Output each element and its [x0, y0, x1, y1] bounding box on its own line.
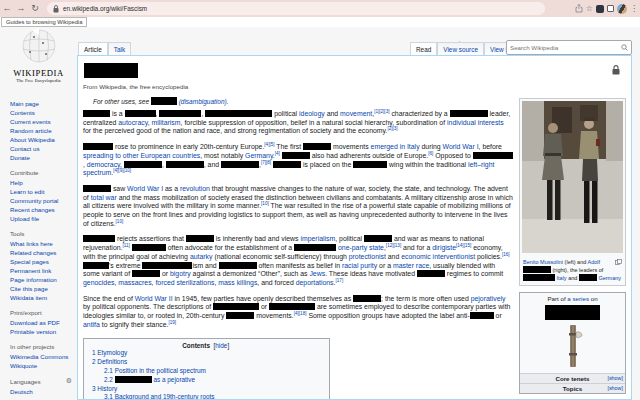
gear-icon[interactable]: ⚙: [66, 377, 72, 385]
sidebar-item-deutsch[interactable]: Deutsch: [10, 387, 76, 396]
wiki-link[interactable]: militarism: [151, 119, 180, 126]
reference-link[interactable]: [19]: [168, 320, 176, 325]
reference-link[interactable]: [10]: [261, 201, 269, 206]
sidebar-item-contents[interactable]: Contents: [10, 108, 76, 117]
wiki-link[interactable]: bigotry: [170, 270, 191, 277]
sidebar-item-printable-version[interactable]: Printable version: [10, 327, 76, 336]
wiki-link[interactable]: individual interests: [447, 119, 504, 126]
reference-link[interactable]: [2][3]: [387, 126, 397, 131]
sidebar-item-wikiquote[interactable]: Wikiquote: [10, 361, 76, 370]
sidebar-item-recent-changes[interactable]: Recent changes: [10, 205, 76, 214]
tab-link[interactable]: Talk: [114, 46, 125, 53]
sidebar-item-about-wikipedia[interactable]: About Wikipedia: [10, 135, 76, 144]
wiki-link[interactable]: one-party state: [338, 244, 384, 251]
profile-avatar[interactable]: [617, 4, 627, 14]
sidebar-item-help[interactable]: Help: [10, 178, 76, 187]
wiki-link[interactable]: massacres: [118, 279, 151, 286]
sidebar-item-what-links-here[interactable]: What links here: [10, 239, 76, 248]
toc-link[interactable]: 2.2 as a pejorative: [104, 376, 195, 383]
wiki-link[interactable]: Italy: [557, 275, 567, 281]
tab-view-source[interactable]: View source: [437, 42, 484, 55]
reference-link[interactable]: [7][8]: [261, 160, 271, 165]
toc-link[interactable]: 1 Etymology: [92, 349, 127, 356]
wikipedia-logo[interactable]: WIKIPEDIA The Free Encyclopedia: [0, 27, 77, 83]
sidebar-item-related-changes[interactable]: Related changes: [10, 248, 76, 257]
wiki-link[interactable]: (disambiguation): [179, 98, 227, 105]
search-input[interactable]: [510, 44, 621, 51]
wiki-link[interactable]: pejoratively: [471, 295, 506, 302]
reference-link[interactable]: [11]: [122, 243, 129, 248]
wiki-link[interactable]: Germany: [245, 152, 273, 159]
toc-link[interactable]: 2 Definitions: [92, 358, 127, 365]
sidebar-item-random-article[interactable]: Random article: [10, 126, 76, 135]
enlarge-icon[interactable]: [615, 259, 622, 265]
sidebar-item-permanent-link[interactable]: Permanent link: [10, 266, 76, 275]
wiki-link[interactable]: Germany: [598, 275, 621, 281]
extension-square-icon[interactable]: [607, 5, 614, 12]
wiki-link[interactable]: mass killings: [218, 279, 257, 286]
wiki-link[interactable]: movement: [340, 110, 372, 117]
wiki-link[interactable]: autocracy: [118, 119, 147, 126]
show-link[interactable]: [show]: [607, 384, 623, 393]
sidebar-item-current-events[interactable]: Current events: [10, 117, 76, 126]
wiki-link[interactable]: forced sterilizations: [155, 279, 214, 286]
sidebar-item-upload-file[interactable]: Upload file: [10, 214, 76, 223]
tab-talk[interactable]: Talk: [108, 42, 131, 55]
wiki-link[interactable]: imperialism: [300, 235, 335, 242]
wiki-link[interactable]: emerged in Italy: [371, 143, 420, 150]
toc-link[interactable]: 2.1 Position in the political spectrum: [104, 367, 206, 374]
bookmark-star-icon[interactable]: ☆: [586, 0, 593, 17]
wiki-link[interactable]: spreading to other European countries: [83, 152, 200, 159]
search-box[interactable]: [506, 40, 632, 55]
reference-link[interactable]: [4][9][10]: [113, 168, 131, 173]
tab-link[interactable]: View source: [443, 46, 478, 53]
wiki-link[interactable]: World War I: [127, 185, 163, 192]
extension-icon[interactable]: [596, 5, 604, 13]
sidebar-item-cite-this-page[interactable]: Cite this page: [10, 284, 76, 293]
address-bar[interactable]: en.wikipedia.org/wiki/Fascism: [47, 2, 545, 15]
series-link[interactable]: a series: [567, 295, 589, 302]
wiki-link[interactable]: dirigiste: [432, 244, 456, 251]
sidebar-item-main-page[interactable]: Main page: [10, 99, 76, 108]
wiki-link[interactable]: World War II: [135, 295, 173, 302]
reference-link[interactable]: [14][15]: [456, 243, 471, 248]
wiki-link[interactable]: revolution: [180, 185, 210, 192]
wiki-link[interactable]: deportations: [296, 279, 334, 286]
wiki-link[interactable]: protectionist: [349, 253, 386, 260]
sidebar-item-wikidata-item[interactable]: Wikidata item: [10, 293, 76, 302]
wiki-link[interactable]: economic interventionist: [401, 253, 475, 260]
toc-link[interactable]: 3.1 Background and 19th-century roots: [104, 393, 215, 400]
wiki-link[interactable]: Benito Mussolini: [523, 259, 563, 265]
wiki-link[interactable]: Adolf: [588, 259, 601, 265]
wiki-link[interactable]: Jews: [309, 270, 325, 277]
forward-icon[interactable]: →: [14, 0, 28, 17]
sidebar-item-download-as-pdf[interactable]: Download as PDF: [10, 318, 76, 327]
wiki-link[interactable]: World War I: [443, 143, 479, 150]
wiki-link[interactable]: ideology: [299, 110, 325, 117]
reload-icon[interactable]: ↻: [28, 0, 42, 17]
reference-link[interactable]: [6]: [428, 151, 433, 156]
toc-link[interactable]: 3 History: [92, 385, 117, 392]
wiki-link[interactable]: master race: [393, 262, 429, 269]
reference-link[interactable]: [1][2][3]: [374, 109, 389, 114]
sidebar-item-community-portal[interactable]: Community portal: [10, 196, 76, 205]
wiki-link[interactable]: antifa: [83, 321, 100, 328]
sidebar-item-special-pages[interactable]: Special pages: [10, 257, 76, 266]
reference-link[interactable]: [4][5]: [264, 142, 274, 147]
search-icon[interactable]: [621, 44, 628, 51]
sidebar-item-page-information[interactable]: Page information: [10, 275, 76, 284]
menu-icon[interactable]: ⋮: [630, 0, 638, 17]
reference-link[interactable]: [12][13]: [386, 243, 401, 248]
tab-read[interactable]: Read: [410, 42, 437, 55]
wiki-link[interactable]: racial purity: [342, 262, 377, 269]
wiki-link[interactable]: autarky: [190, 253, 213, 260]
reference-link[interactable]: [4]: [275, 151, 280, 156]
wiki-link[interactable]: genocides: [83, 279, 114, 286]
wiki-link[interactable]: democracy: [87, 161, 120, 168]
reference-link[interactable]: [16]: [502, 252, 510, 257]
reference-link[interactable]: [17]: [336, 278, 344, 283]
share-icon[interactable]: [575, 4, 583, 13]
reference-link[interactable]: [10]: [116, 219, 124, 224]
sidebar-item-contact-us[interactable]: Contact us: [10, 144, 76, 153]
back-icon[interactable]: ←: [0, 0, 14, 17]
